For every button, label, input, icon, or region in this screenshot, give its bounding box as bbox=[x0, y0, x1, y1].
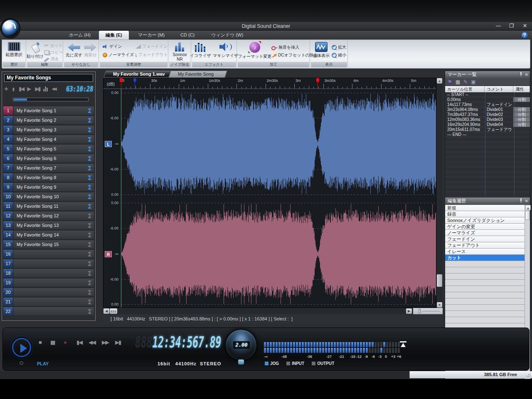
flag-icon[interactable]: ⚑ bbox=[448, 79, 452, 85]
song-row[interactable]: 22 bbox=[3, 307, 94, 316]
rewind-button[interactable]: ◀◀ bbox=[89, 339, 95, 345]
app-logo-icon[interactable] bbox=[1, 19, 20, 37]
history-item[interactable]: ゲインの変更 bbox=[445, 224, 525, 230]
tab-song2[interactable]: My Favorite Song 2.wav bbox=[172, 71, 226, 78]
stop-button[interactable]: ■ bbox=[39, 339, 42, 345]
history-item[interactable]: 新規 bbox=[445, 205, 525, 211]
song-row[interactable]: 4My Favorite Song 4 bbox=[3, 135, 94, 144]
vertical-scrollbar[interactable]: ▲ ▼ bbox=[436, 78, 443, 308]
menu-tab-window[interactable]: ウィンドウ (W) bbox=[204, 31, 250, 39]
image-icon[interactable]: ▣ bbox=[471, 79, 475, 85]
song-row[interactable]: 8My Favorite Song 8 bbox=[3, 173, 94, 182]
menu-tab-marker[interactable]: マーカー (M) bbox=[131, 31, 171, 39]
history-item[interactable]: Sonnoxノイズリダクション bbox=[445, 217, 525, 224]
vertical-scroll-thumb[interactable] bbox=[437, 274, 442, 287]
close-button[interactable]: ✕ bbox=[521, 23, 529, 29]
waveform-right-channel[interactable] bbox=[121, 203, 436, 305]
marker-row[interactable]: 7m38s437.37msDivide02分割 bbox=[445, 112, 530, 117]
next-button[interactable]: ▶▮ bbox=[115, 339, 121, 345]
song-row[interactable]: 15My Favorite Song 15 bbox=[3, 240, 94, 249]
song-row[interactable]: 9My Favorite Song 9 bbox=[3, 182, 94, 192]
paste-button[interactable]: 貼り付け bbox=[27, 41, 43, 62]
zoom-slider-thumb[interactable] bbox=[418, 309, 421, 313]
pin-icon[interactable] bbox=[520, 198, 522, 203]
marker-row[interactable]: 20m15s611.07msフェードアウト bbox=[445, 127, 530, 132]
pin-icon[interactable] bbox=[520, 72, 522, 76]
marker-row[interactable]: 0.00ms分割 bbox=[445, 97, 530, 102]
rewind-button[interactable]: ◀◀ bbox=[52, 85, 55, 93]
erase-button[interactable]: 消去 bbox=[43, 56, 63, 62]
waveform-canvas-area[interactable]: (dB) 030s1m1m30s2m2m30s3m3m30s4m4m30s5m … bbox=[103, 78, 436, 308]
normalize-button[interactable]: ノーマライズ bbox=[102, 51, 135, 59]
forward-button[interactable]: ▶▶ bbox=[102, 339, 108, 345]
history-item[interactable]: フェードアウト bbox=[445, 242, 525, 249]
equalizer-button[interactable]: イコライザ bbox=[190, 41, 211, 62]
song-row[interactable]: 14My Favorite Song 14 bbox=[3, 230, 94, 239]
marker-row[interactable]: --- END --- bbox=[445, 132, 530, 137]
menu-tab-edit[interactable]: 編集 (E) bbox=[99, 31, 129, 39]
undo-button[interactable]: 元に戻す bbox=[66, 41, 82, 62]
zoom-out-button[interactable]: − 縮小 bbox=[331, 51, 346, 59]
history-item[interactable]: 録音 bbox=[445, 211, 525, 217]
menu-tab-home[interactable]: ホーム (H) bbox=[62, 31, 97, 39]
song-row[interactable]: 12My Favorite Song 12 bbox=[3, 211, 94, 220]
toggle-input[interactable]: INPUT bbox=[286, 361, 304, 366]
play-track-button[interactable]: ▶ bbox=[27, 85, 31, 93]
scroll-left-icon[interactable]: ◀ bbox=[103, 308, 109, 314]
playlist-progress-slider[interactable] bbox=[13, 98, 89, 101]
panel-close-icon[interactable]: ✕ bbox=[525, 72, 528, 77]
maximize-button[interactable]: ❐ bbox=[508, 23, 515, 29]
format-change-button[interactable]: ♪ フォーマット変更 bbox=[239, 41, 271, 62]
cut-button[interactable]: ✂ カット bbox=[43, 42, 63, 49]
copy-button[interactable]: コピー bbox=[43, 49, 63, 56]
song-row[interactable]: 10My Favorite Song 10 bbox=[3, 192, 94, 201]
panel-close-icon[interactable]: ✕ bbox=[525, 198, 528, 204]
minimize-button[interactable]: — bbox=[495, 23, 502, 29]
song-row[interactable]: 19 bbox=[3, 278, 94, 287]
jog-dial[interactable]: 2.00 bbox=[225, 326, 257, 367]
level-meter-icon[interactable] bbox=[43, 86, 48, 91]
toggle-output[interactable]: OUTPUT bbox=[312, 361, 334, 366]
history-item[interactable]: カット bbox=[445, 255, 525, 261]
marker-row[interactable]: 14s117.73msフェードイン bbox=[445, 102, 530, 107]
song-row[interactable]: 21 bbox=[3, 297, 94, 306]
zoom-in-button[interactable]: + 拡大 bbox=[331, 43, 346, 51]
table-icon[interactable]: ▦ bbox=[456, 79, 460, 85]
previous-track-button[interactable]: ▮◀ bbox=[19, 85, 23, 93]
history-item[interactable]: ノーマライズ bbox=[445, 230, 525, 236]
maximizer-button[interactable]: マキシマイザ bbox=[213, 41, 238, 62]
song-row[interactable]: 3My Favorite Song 3 bbox=[3, 125, 94, 134]
menu-tab-cd[interactable]: CD (C) bbox=[174, 31, 201, 39]
song-row[interactable]: 20 bbox=[3, 288, 94, 297]
scroll-up-icon[interactable]: ▲ bbox=[525, 205, 531, 210]
song-row[interactable]: 17 bbox=[3, 259, 94, 268]
marker-row[interactable]: 12m09s083.36msDivide03分割 bbox=[445, 117, 530, 122]
scroll-up-icon[interactable]: ▲ bbox=[437, 78, 442, 84]
song-row[interactable]: 18 bbox=[3, 268, 94, 278]
add-track-button[interactable]: + bbox=[4, 85, 8, 93]
tab-song1[interactable]: My Favorite Song 1.wav✕ bbox=[107, 71, 170, 78]
fit-view-button[interactable]: 全体表示 bbox=[312, 41, 331, 62]
song-row[interactable]: 16 bbox=[3, 249, 94, 259]
marker-row[interactable]: 16m29s204.90msDivide04分割 bbox=[445, 122, 530, 127]
history-scroll-thumb[interactable] bbox=[525, 211, 530, 220]
sonnox-nr-button[interactable]: Sonnox NR bbox=[170, 41, 190, 62]
song-row[interactable]: 1My Favorite Song 1 bbox=[3, 106, 94, 115]
horizontal-scroll-thumb[interactable]: ▮▮▮ bbox=[110, 308, 117, 314]
resize-grip[interactable] bbox=[526, 373, 530, 377]
gain-button[interactable]: ゲイン bbox=[102, 42, 135, 51]
horizontal-scrollbar[interactable]: ◀ ▮▮▮ ▶ bbox=[103, 308, 443, 314]
history-item[interactable]: イレース bbox=[445, 249, 525, 255]
fade-in-button[interactable]: フェードイン bbox=[135, 42, 168, 51]
range-select-button[interactable]: 範囲選択 bbox=[6, 41, 22, 62]
song-row[interactable]: 7My Favorite Song 7 bbox=[3, 163, 94, 172]
marker-row[interactable]: 3m23s964.08msDivide01分割 bbox=[445, 107, 530, 112]
play-button[interactable] bbox=[12, 338, 31, 357]
history-item[interactable]: フェードイン bbox=[445, 236, 525, 242]
help-icon[interactable]: ? bbox=[522, 32, 528, 38]
song-row[interactable]: 6My Favorite Song 6 bbox=[3, 154, 94, 163]
song-row[interactable]: 5My Favorite Song 5 bbox=[3, 144, 94, 153]
song-row[interactable]: 11My Favorite Song 11 bbox=[3, 202, 94, 211]
zoom-slider[interactable] bbox=[413, 308, 443, 314]
record-button[interactable]: ● bbox=[64, 339, 67, 345]
